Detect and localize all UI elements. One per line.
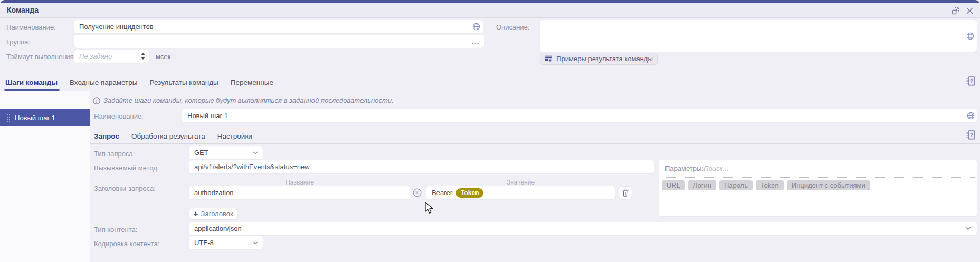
help-icon[interactable]: ?: [966, 130, 975, 142]
title-bar: Команда: [0, 3, 980, 18]
timeout-placeholder: Не задано: [74, 52, 112, 60]
globe-icon[interactable]: [469, 20, 483, 33]
trash-icon: [622, 189, 629, 197]
step-list-item-selected[interactable]: Новый шаг 1: [0, 109, 90, 126]
params-search-input[interactable]: Поиск...: [703, 164, 728, 172]
add-header-label: Заголовок: [201, 210, 233, 218]
svg-text:?: ?: [970, 78, 973, 84]
header-name-column: Название: [189, 179, 411, 186]
tab-input-params[interactable]: Входные параметры: [70, 79, 138, 89]
token-chip[interactable]: Token: [456, 188, 483, 198]
step-name-label: Наименование:: [94, 112, 144, 120]
timeout-label: Таймаут выполнения:: [6, 53, 75, 61]
clear-field-icon[interactable]: [413, 188, 422, 199]
drag-handle-icon[interactable]: [7, 114, 8, 115]
request-type-label: Тип запроса:: [94, 150, 135, 158]
header-name-input[interactable]: authorization: [189, 186, 411, 199]
content-type-label: Тип контента:: [94, 226, 137, 234]
group-input[interactable]: ...: [74, 35, 484, 48]
timeout-unit: мсек: [156, 53, 170, 61]
encoding-label: Кодировка контента:: [94, 240, 160, 248]
request-type-value: GET: [189, 149, 208, 157]
param-chip-incident[interactable]: Инцидент с событиями: [787, 180, 870, 190]
content-type-select[interactable]: application/json: [189, 222, 977, 235]
panel-divider: [90, 90, 90, 262]
param-chip-url[interactable]: URL: [662, 180, 685, 190]
main-tabs: Шаги команды Входные параметры Результат…: [5, 77, 273, 89]
encoding-select[interactable]: UTF-8: [189, 236, 263, 249]
request-type-select[interactable]: GET: [189, 146, 263, 159]
restore-window-icon[interactable]: [950, 5, 961, 16]
tab-settings[interactable]: Настройки: [217, 132, 252, 142]
command-name-input[interactable]: Получение инцидентов: [74, 20, 483, 33]
chevron-down-icon: [253, 241, 258, 245]
result-examples-icon: [545, 55, 553, 63]
steps-hint-text: Задайте шаги команды, которые будут выпо…: [103, 96, 394, 104]
step-tabs: Запрос Обработка результата Настройки: [94, 131, 252, 142]
method-value: api/v1/alerts/?withEvents&status=new: [189, 163, 310, 171]
group-picker-ellipsis[interactable]: ...: [472, 37, 479, 45]
params-chips: URL Логин Пароль Token Инцидент с событи…: [662, 180, 870, 190]
window-title: Команда: [7, 6, 39, 14]
step-tabs-separator: [90, 143, 980, 144]
svg-text:?: ?: [970, 132, 973, 138]
add-header-button[interactable]: + Заголовок: [189, 208, 237, 220]
chevron-down-icon: [253, 151, 258, 154]
header-name-value: authorization: [189, 189, 233, 197]
result-examples-button[interactable]: Примеры результата команды: [540, 53, 658, 65]
tab-request[interactable]: Запрос: [94, 132, 119, 142]
svg-text:i: i: [96, 98, 98, 103]
globe-icon[interactable]: [963, 20, 977, 52]
command-dialog: Команда Наименование: Получение инцидент…: [0, 0, 980, 262]
plus-icon: +: [193, 210, 198, 218]
command-name-label: Наименование:: [6, 23, 56, 31]
step-item-label: Новый шаг 1: [15, 114, 55, 122]
method-label: Вызываемый метод:: [94, 164, 159, 172]
tabs-separator: [0, 90, 980, 90]
param-chip-login[interactable]: Логин: [688, 180, 716, 190]
content-type-value: application/json: [189, 225, 242, 232]
param-chip-token[interactable]: Token: [756, 180, 784, 190]
method-input[interactable]: api/v1/alerts/?withEvents&status=new: [189, 160, 654, 173]
description-textarea[interactable]: [540, 20, 977, 52]
chevron-down-icon: [965, 227, 971, 230]
command-name-value: Получение инцидентов: [74, 23, 154, 31]
params-divider: [661, 177, 975, 178]
params-label: Параметры:: [665, 164, 703, 172]
steps-list: Новый шаг 1: [0, 91, 90, 262]
help-icon[interactable]: ?: [966, 76, 975, 88]
tab-variables[interactable]: Переменные: [231, 79, 273, 89]
request-headers-label: Заголовки запроса:: [94, 185, 156, 192]
step-name-value: Новый шаг 1: [182, 112, 228, 120]
number-spinner[interactable]: [141, 53, 145, 60]
delete-header-button[interactable]: [619, 186, 632, 199]
tab-command-results[interactable]: Результаты команды: [150, 79, 218, 89]
close-icon[interactable]: [964, 5, 975, 16]
group-label: Группа:: [6, 38, 30, 46]
globe-icon[interactable]: [964, 109, 977, 122]
header-value-prefix: Bearer: [426, 189, 452, 197]
description-label: Описание:: [496, 23, 529, 31]
tab-command-steps[interactable]: Шаги команды: [5, 79, 58, 89]
header-value-input[interactable]: Bearer Token: [426, 186, 615, 199]
result-examples-label: Примеры результата команды: [556, 55, 652, 63]
header-value-column: Значение: [426, 179, 615, 186]
encoding-value: UTF-8: [189, 239, 214, 247]
info-icon: i: [93, 97, 100, 104]
step-name-input[interactable]: Новый шаг 1: [182, 109, 977, 122]
mouse-cursor: [424, 202, 434, 217]
timeout-input[interactable]: Не задано: [74, 50, 149, 63]
tab-result-processing[interactable]: Обработка результата: [131, 132, 205, 142]
param-chip-password[interactable]: Пароль: [719, 180, 753, 190]
params-panel: Параметры: Поиск... URL Логин Пароль Tok…: [659, 160, 977, 216]
steps-hint: i Задайте шаги команды, которые будут вы…: [93, 96, 394, 104]
